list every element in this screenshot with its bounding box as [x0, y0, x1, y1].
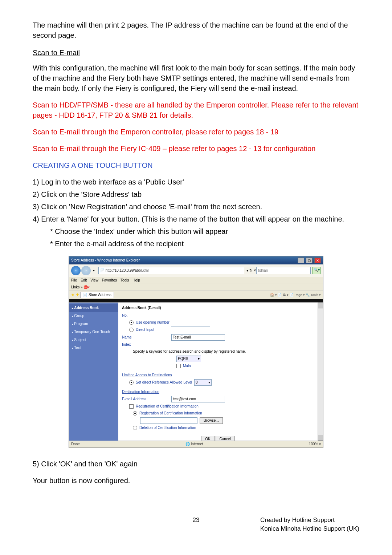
search-input[interactable]: tidhan — [256, 267, 311, 274]
sidebar: Address Book Group Program Temporary One… — [69, 303, 118, 441]
red-note: Scan to E-mail through the Emperon contr… — [33, 127, 359, 137]
links-label[interactable]: Links » — [71, 285, 83, 289]
zoom-text[interactable]: 100% ▾ — [309, 442, 321, 447]
destination-header: Destination Information — [122, 389, 314, 394]
steps-list: 1) Log in to the web interface as a 'Pub… — [33, 177, 359, 249]
sidebar-item-subject[interactable]: Subject — [69, 336, 118, 344]
use-opening-label: Use opening number — [136, 320, 170, 325]
document-page: The machine will then print 2 pages. The… — [0, 0, 392, 555]
reg-cert2-label: Registration of Certification Informatio… — [139, 411, 202, 416]
ok-button[interactable]: OK — [201, 436, 214, 441]
email-label: E-mail Address — [122, 397, 169, 402]
internet-icon: 🌐 — [185, 442, 190, 446]
menu-view[interactable]: View — [90, 278, 98, 283]
tab-bar: ★ ✚ 📄 Store Address 🏠 ▾ 📄 🖶 ▾ 📄 Page ▾ 🔧… — [69, 291, 323, 299]
direct-input-label: Direct Input — [136, 327, 154, 332]
sidebar-item-group[interactable]: Group — [69, 312, 118, 320]
browser-tab[interactable]: 📄 Store Address — [80, 292, 114, 298]
forward-button[interactable]: → — [81, 266, 91, 275]
menu-help[interactable]: Help — [132, 278, 140, 283]
step: 3) Click on 'New Registration' and choos… — [33, 202, 359, 212]
cert-path-input[interactable] — [140, 417, 197, 424]
embedded-screenshot: Store Address - Windows Internet Explore… — [69, 256, 323, 448]
menu-file[interactable]: File — [71, 278, 77, 283]
sidebar-item-address-book[interactable]: Address Book — [69, 304, 118, 312]
tab-label: Store Address — [89, 292, 111, 297]
use-opening-radio[interactable] — [129, 320, 134, 325]
form-header: Address Book (E-mail) — [122, 305, 314, 311]
menu-tools[interactable]: Tools — [121, 278, 129, 283]
window-title: Store Address - Windows Internet Explore… — [71, 258, 140, 263]
del-cert-label: Deletion of Certification Information — [139, 425, 196, 430]
email-input[interactable]: test@test.com — [171, 396, 225, 402]
scrollbar[interactable] — [318, 303, 323, 441]
blue-heading: CREATING A ONE TOUCH BUTTON — [33, 160, 359, 170]
paragraph: Your button is now configured. — [33, 475, 359, 486]
step: 4) Enter a 'Name' for your button. (This… — [33, 214, 359, 224]
url-input[interactable]: 📄 http://10.120.3.99/abbr.xml — [98, 267, 244, 274]
direct-input-radio[interactable] — [129, 328, 134, 332]
status-text: Done — [71, 442, 80, 447]
close-button[interactable]: X — [314, 258, 321, 263]
reg-cert-checkbox[interactable] — [129, 404, 134, 409]
back-button[interactable]: ← — [71, 266, 81, 275]
step: 1) Log in to the web interface as a 'Pub… — [33, 177, 359, 187]
favorites-star-icon[interactable]: ★ — [71, 292, 74, 297]
step: 5) Click 'OK' and then 'OK' again — [33, 459, 359, 469]
page-icon: 📄 — [100, 268, 105, 273]
main-label: Main — [183, 364, 191, 369]
limit-label: Set direct Reference Allowed Level — [136, 380, 192, 385]
scroll-up-icon[interactable] — [318, 303, 323, 308]
search-go-button[interactable]: 🔍▾ — [312, 267, 321, 274]
name-input[interactable]: Test E-mail — [171, 334, 225, 341]
index-note: Specify a keyword for address search and… — [133, 349, 246, 354]
menu-edit[interactable]: Edit — [81, 278, 87, 283]
sidebar-item-temp-one-touch[interactable]: Temporary One-Touch — [69, 328, 118, 336]
dark-band — [69, 299, 323, 302]
index-label: Index — [122, 342, 169, 347]
page-number: 23 — [193, 516, 200, 524]
reg-cert-label: Registration of Certification Informatio… — [136, 404, 199, 409]
links-icon[interactable]: ⛔▾ — [83, 285, 90, 289]
name-label: Name — [122, 335, 169, 340]
red-note: Scan to HDD/FTP/SMB - these are all hand… — [33, 100, 359, 120]
no-label: No. — [122, 313, 169, 318]
direct-input-field[interactable] — [171, 327, 210, 333]
menu-favorites[interactable]: Favorites — [102, 278, 117, 283]
index-select[interactable]: PQRS▾ — [176, 356, 201, 362]
main-checkbox[interactable] — [176, 364, 181, 368]
url-text: http://10.120.3.99/abbr.xml — [106, 268, 148, 273]
sidebar-item-program[interactable]: Program — [69, 320, 118, 328]
page-footer: 23 Created by Hotline Support Konica Min… — [33, 516, 359, 533]
scroll-down-icon[interactable] — [318, 435, 323, 441]
limit-select[interactable]: 0▾ — [194, 379, 212, 386]
window-buttons: _ ▢ X — [297, 258, 321, 263]
form-pane: Address Book (E-mail) No. Use opening nu… — [118, 303, 318, 441]
substep: * Enter the e-mail address of the recipi… — [33, 239, 359, 249]
address-bar: ← → ▾ 📄 http://10.120.3.99/abbr.xml ▾ ↻ … — [69, 264, 323, 277]
dropdown-icon[interactable]: ▾ — [93, 268, 95, 273]
window-titlebar: Store Address - Windows Internet Explore… — [69, 256, 323, 264]
reg-cert2-radio[interactable] — [133, 411, 137, 416]
browse-button[interactable]: Browse... — [200, 417, 223, 424]
red-note: Scan to E-mail through the Fiery IC-409 … — [33, 143, 359, 154]
add-favorite-icon[interactable]: ✚ — [76, 292, 79, 297]
footer-line1: Created by Hotline Support — [260, 516, 335, 523]
limiting-header: Limiting Access to Destinations — [122, 373, 314, 378]
cancel-button[interactable]: Cancel — [216, 436, 235, 441]
footer-line2: Konica Minolta Hotline Support (UK) — [260, 525, 359, 532]
links-bar: Links » ⛔▾ — [69, 284, 323, 291]
substep: * Choose the 'Index' under which this bu… — [33, 226, 359, 236]
minimize-button[interactable]: _ — [298, 258, 304, 263]
del-cert-radio[interactable] — [133, 426, 137, 430]
limit-radio[interactable] — [129, 380, 134, 385]
footer-right: Created by Hotline Support Konica Minolt… — [260, 516, 359, 533]
tab-icon: 📄 — [83, 292, 87, 297]
refresh-icon[interactable]: ▾ ↻ ✕ — [246, 268, 256, 273]
section-heading: Scan to E-mail — [33, 48, 359, 58]
button-row: OK Cancel — [122, 436, 314, 441]
sidebar-item-text[interactable]: Text — [69, 344, 118, 352]
maximize-button[interactable]: ▢ — [306, 258, 313, 263]
toolbar-right[interactable]: 🏠 ▾ 📄 🖶 ▾ 📄 Page ▾ 🔧 Tools ▾ — [270, 293, 321, 297]
content-area: Address Book Group Program Temporary One… — [69, 302, 323, 441]
